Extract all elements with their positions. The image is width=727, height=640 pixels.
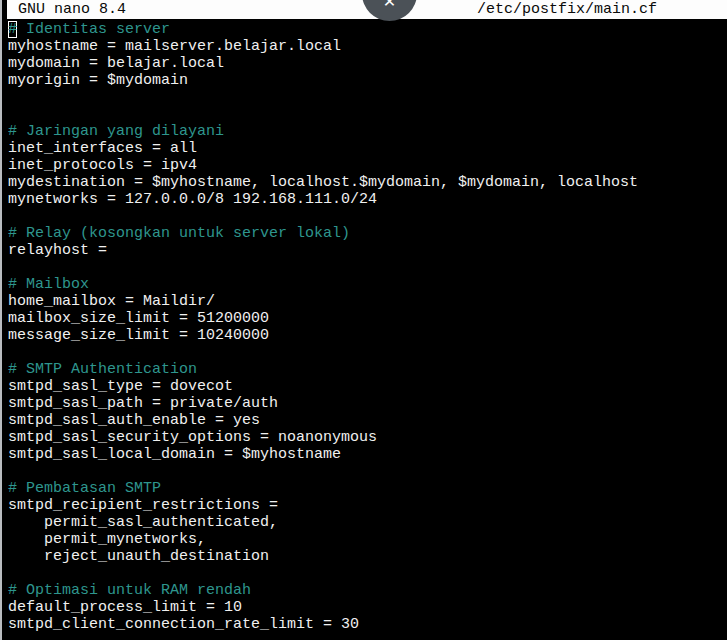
text-cursor: #: [8, 21, 17, 38]
editor-line: # Relay (kosongkan untuk server lokal): [8, 225, 727, 242]
editor-line: [8, 89, 727, 106]
editor-line: message_size_limit = 10240000: [8, 327, 727, 344]
editor-line: mydomain = belajar.local: [8, 55, 727, 72]
editor-line: smtpd_client_connection_rate_limit = 30: [8, 616, 727, 633]
editor-line: # Mailbox: [8, 276, 727, 293]
editor-line: myorigin = $mydomain: [8, 72, 727, 89]
editor-line: myhostname = mailserver.belajar.local: [8, 38, 727, 55]
editor-line: smtpd_recipient_restrictions =: [8, 497, 727, 514]
window-left-border: [0, 0, 2, 640]
editor-line: # Optimasi untuk RAM rendah: [8, 582, 727, 599]
editor-line: [8, 259, 727, 276]
editor-line: default_process_limit = 10: [8, 599, 727, 616]
editor[interactable]: # Identitas servermyhostname = mailserve…: [2, 19, 727, 640]
editor-line: smtpd_sasl_auth_enable = yes: [8, 412, 727, 429]
editor-line: [8, 344, 727, 361]
editor-line: # Jaringan yang dilayani: [8, 123, 727, 140]
editor-line: permit_mynetworks,: [8, 531, 727, 548]
editor-line: smtpd_sasl_local_domain = $myhostname: [8, 446, 727, 463]
editor-line: [8, 208, 727, 225]
editor-line: mailbox_size_limit = 51200000: [8, 310, 727, 327]
editor-line: # SMTP Authentication: [8, 361, 727, 378]
editor-line: reject_unauth_destination: [8, 548, 727, 565]
editor-line: relayhost =: [8, 242, 727, 259]
editor-line: [8, 463, 727, 480]
editor-line: inet_interfaces = all: [8, 140, 727, 157]
app-version-label: GNU nano 8.4: [7, 0, 126, 19]
editor-line: # Identitas server: [8, 21, 727, 38]
close-icon: ✕: [383, 0, 396, 8]
editor-line: mynetworks = 127.0.0.0/8 192.168.111.0/2…: [8, 191, 727, 208]
editor-line: # Pembatasan SMTP: [8, 480, 727, 497]
editor-line: smtpd_sasl_path = private/auth: [8, 395, 727, 412]
open-file-path: /etc/postfix/main.cf: [477, 0, 657, 19]
editor-line: home_mailbox = Maildir/: [8, 293, 727, 310]
editor-line: smtpd_sasl_security_options = noanonymou…: [8, 429, 727, 446]
editor-line: [8, 565, 727, 582]
editor-line: permit_sasl_authenticated,: [8, 514, 727, 531]
editor-line: inet_protocols = ipv4: [8, 157, 727, 174]
editor-line: smtpd_sasl_type = dovecot: [8, 378, 727, 395]
editor-line: mydestination = $myhostname, localhost.$…: [8, 174, 727, 191]
editor-line: [8, 106, 727, 123]
